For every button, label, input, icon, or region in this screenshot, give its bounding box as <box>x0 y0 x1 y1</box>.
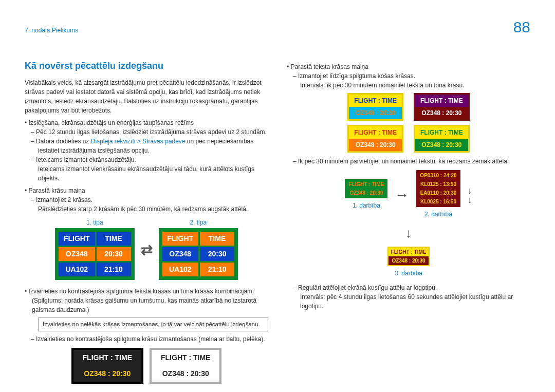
dash-bright-colors: Izmantojiet līdzīga spilgtuma košas krās… <box>300 71 530 90</box>
type1-label: 1. tipa <box>55 218 135 227</box>
section-heading: Kā novērst pēcattēlu izdegšanu <box>25 59 268 73</box>
board-step2: OP0310 : 24:20 KL0125 : 13:50 EA0110 : 2… <box>416 170 460 207</box>
board-yellow-green: FLIGHT : TIME OZ348 : 20:30 <box>414 125 470 153</box>
chapter-label: 7. nodaļa Pielikums <box>25 26 78 35</box>
dash-12h: Pēc 12 stundu ilgas lietošanas, izslēdzi… <box>38 127 268 137</box>
link-display-properties[interactable]: Displeja rekvizīti > Strāvas padeve <box>91 138 186 145</box>
dash-avoid-bw: Izvairieties no kontrastējoša spilgtuma … <box>38 334 268 344</box>
board-yellow-red: FLIGHT : TIME OZ348 : 20:30 <box>347 125 403 153</box>
intro-text: Vislabākais veids, kā aizsargāt izstrādā… <box>25 78 268 115</box>
dash-move-text: Ik pēc 30 minūtēm pārvietojiet un nomain… <box>300 157 530 166</box>
dash-two-colors: Izmantojiet 2 krāsas. Pārslēdzieties sta… <box>38 195 268 214</box>
step3-label: 3. darbība <box>387 269 430 278</box>
board-type1: FLIGHT TIME OZ348 20:30 UA102 21:10 <box>55 228 135 280</box>
dash-moving-logo: Regulāri attēlojiet ekrānā kustīgu attēl… <box>300 283 530 311</box>
note-grey: Izvairieties no pelēkās krāsas izmantoša… <box>38 318 268 331</box>
bullet-text-color: Parastā teksta krāsas maiņa <box>294 62 530 71</box>
step2-label: 2. darbība <box>416 210 460 219</box>
dash-display-props: Datorā dodieties uz Displeja rekvizīti >… <box>38 137 268 155</box>
swap-arrow-icon: ⇄ <box>141 239 153 261</box>
board-step3: FLIGHT : TIME OZ348 : 20:30 <box>387 247 430 266</box>
board-black: FLIGHT : TIME OZ348 : 20:30 <box>71 348 143 384</box>
dash-screensaver: Ieteicams izmantot ekrānsaudzētāju. Iete… <box>38 155 268 183</box>
board-white: FLIGHT : TIME OZ348 : 20:30 <box>150 348 221 384</box>
bullet-power: Izslēgšana, ekrānsaudzētājs un enerģijas… <box>32 118 268 127</box>
page-number: 88 <box>513 15 530 39</box>
scroll-arrows-icon: ↓↓ <box>468 186 472 204</box>
bullet-contrast: Izvairieties no kontrastējoša spilgtuma … <box>32 287 268 314</box>
board-dark-violet: FLIGHT : TIME OZ348 : 20:30 <box>414 93 470 121</box>
type2-label: 2. tipa <box>159 218 238 227</box>
board-step1: FLIGHT : TIME OZ348 : 20:30 <box>345 179 387 198</box>
step1-label: 1. darbība <box>345 201 387 210</box>
arrow-right-icon: → <box>395 184 409 206</box>
board-type2: FLIGHT TIME OZ348 20:30 UA102 21:10 <box>159 228 238 280</box>
arrow-down-icon: ↓ <box>287 224 530 242</box>
board-yellow-blue: FLIGHT : TIME OZ348 : 20:30 <box>347 93 403 121</box>
bullet-color-change: Parastā krāsu maiņa <box>32 186 268 195</box>
